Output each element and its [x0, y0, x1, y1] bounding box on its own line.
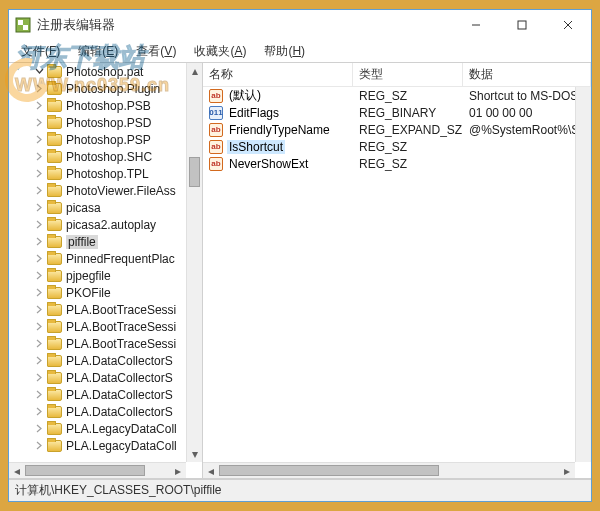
chevron-right-icon[interactable]	[33, 236, 45, 248]
tree-item[interactable]: Photoshop.PSB	[9, 97, 186, 114]
folder-icon	[47, 219, 62, 231]
scroll-track[interactable]	[187, 79, 202, 446]
menu-item[interactable]: 查看(V)	[128, 41, 184, 62]
tree-hscroll[interactable]: ◂ ▸	[9, 462, 186, 478]
minimize-button[interactable]	[453, 10, 499, 40]
chevron-right-icon[interactable]	[33, 100, 45, 112]
titlebar[interactable]: 注册表编辑器	[9, 10, 591, 40]
scroll-thumb[interactable]	[189, 157, 200, 187]
scroll-up-icon[interactable]: ▴	[187, 63, 202, 79]
tree-item[interactable]: PhotoViewer.FileAss	[9, 182, 186, 199]
tree-item[interactable]: PLA.DataCollectorS	[9, 386, 186, 403]
tree-item[interactable]: PLA.BootTraceSessi	[9, 335, 186, 352]
chevron-right-icon[interactable]	[33, 355, 45, 367]
scroll-right-icon[interactable]: ▸	[170, 463, 186, 478]
menu-item[interactable]: 帮助(H)	[256, 41, 313, 62]
chevron-right-icon[interactable]	[33, 83, 45, 95]
tree-item[interactable]: PLA.LegacyDataColl	[9, 437, 186, 454]
chevron-right-icon[interactable]	[33, 389, 45, 401]
scroll-down-icon[interactable]: ▾	[187, 446, 202, 462]
chevron-right-icon[interactable]	[33, 406, 45, 418]
chevron-right-icon[interactable]	[33, 338, 45, 350]
column-data[interactable]: 数据	[463, 63, 591, 86]
tree-item[interactable]: Photoshop.Plugin	[9, 80, 186, 97]
list-row[interactable]: ab(默认)REG_SZShortcut to MS-DOS P	[203, 87, 591, 104]
list-row[interactable]: 011EditFlagsREG_BINARY01 00 00 00	[203, 104, 591, 121]
folder-icon	[47, 202, 62, 214]
list-row[interactable]: abFriendlyTypeNameREG_EXPAND_SZ@%SystemR…	[203, 121, 591, 138]
content-area: Photoshop.patPhotoshop.PluginPhotoshop.P…	[9, 62, 591, 479]
maximize-button[interactable]	[499, 10, 545, 40]
tree-item-label: PLA.BootTraceSessi	[66, 320, 176, 334]
tree-item-label: Photoshop.SHC	[66, 150, 152, 164]
menu-item[interactable]: 文件(F)	[13, 41, 68, 62]
chevron-right-icon[interactable]	[33, 287, 45, 299]
menubar: 文件(F)编辑(E)查看(V)收藏夹(A)帮助(H)	[9, 40, 591, 62]
tree-item[interactable]: PLA.BootTraceSessi	[9, 318, 186, 335]
tree-item[interactable]: PLA.DataCollectorS	[9, 352, 186, 369]
column-type[interactable]: 类型	[353, 63, 463, 86]
menu-item[interactable]: 编辑(E)	[70, 41, 126, 62]
chevron-right-icon[interactable]	[33, 168, 45, 180]
list-row[interactable]: abNeverShowExtREG_SZ	[203, 155, 591, 172]
list-row[interactable]: abIsShortcutREG_SZ	[203, 138, 591, 155]
list-vscroll[interactable]	[575, 87, 591, 462]
tree-item-label: PLA.LegacyDataColl	[66, 439, 177, 453]
tree-item[interactable]: pjpegfile	[9, 267, 186, 284]
chevron-right-icon[interactable]	[33, 321, 45, 333]
folder-icon	[47, 134, 62, 146]
value-data-cell: @%SystemRoot%\Sys	[463, 121, 591, 138]
string-value-icon: ab	[209, 123, 223, 137]
regedit-window: 注册表编辑器 文件(F)编辑(E)查看(V)收藏夹(A)帮助(H) Photos…	[8, 9, 592, 502]
chevron-right-icon[interactable]	[33, 423, 45, 435]
value-name: (默认)	[227, 87, 263, 104]
tree-item[interactable]: PKOFile	[9, 284, 186, 301]
chevron-right-icon[interactable]	[33, 185, 45, 197]
scroll-left-icon[interactable]: ◂	[203, 463, 219, 478]
chevron-right-icon[interactable]	[33, 202, 45, 214]
registry-tree[interactable]: Photoshop.patPhotoshop.PluginPhotoshop.P…	[9, 63, 186, 462]
tree-item[interactable]: PLA.BootTraceSessi	[9, 301, 186, 318]
chevron-right-icon[interactable]	[33, 270, 45, 282]
tree-item[interactable]: Photoshop.TPL	[9, 165, 186, 182]
chevron-right-icon[interactable]	[33, 304, 45, 316]
chevron-right-icon[interactable]	[33, 372, 45, 384]
tree-item[interactable]: Photoshop.PSP	[9, 131, 186, 148]
tree-item-label: pjpegfile	[66, 269, 111, 283]
tree-item-label: picasa2.autoplay	[66, 218, 156, 232]
scroll-thumb[interactable]	[219, 465, 439, 476]
chevron-right-icon[interactable]	[33, 117, 45, 129]
menu-item[interactable]: 收藏夹(A)	[186, 41, 254, 62]
scroll-left-icon[interactable]: ◂	[9, 463, 25, 478]
scroll-track[interactable]	[25, 463, 170, 478]
list-body[interactable]: ab(默认)REG_SZShortcut to MS-DOS P011EditF…	[203, 87, 591, 172]
column-name[interactable]: 名称	[203, 63, 353, 86]
folder-icon	[47, 151, 62, 163]
tree-vscroll[interactable]: ▴ ▾	[186, 63, 202, 462]
tree-item[interactable]: PLA.LegacyDataColl	[9, 420, 186, 437]
tree-item[interactable]: picasa2.autoplay	[9, 216, 186, 233]
tree-item[interactable]: Photoshop.SHC	[9, 148, 186, 165]
tree-item[interactable]: picasa	[9, 199, 186, 216]
list-hscroll[interactable]: ◂ ▸	[203, 462, 575, 478]
close-button[interactable]	[545, 10, 591, 40]
tree-item[interactable]: PinnedFrequentPlac	[9, 250, 186, 267]
chevron-right-icon[interactable]	[33, 440, 45, 452]
tree-item[interactable]: PLA.DataCollectorS	[9, 369, 186, 386]
chevron-right-icon[interactable]	[33, 253, 45, 265]
chevron-down-icon[interactable]	[33, 66, 45, 78]
tree-item[interactable]: Photoshop.pat	[9, 63, 186, 80]
scroll-thumb[interactable]	[25, 465, 145, 476]
scroll-right-icon[interactable]: ▸	[559, 463, 575, 478]
tree-item[interactable]: piffile	[9, 233, 186, 250]
chevron-right-icon[interactable]	[33, 151, 45, 163]
tree-item[interactable]: Photoshop.PSD	[9, 114, 186, 131]
value-type-cell: REG_BINARY	[353, 104, 463, 121]
list-pane: 名称 类型 数据 ab(默认)REG_SZShortcut to MS-DOS …	[203, 63, 591, 478]
chevron-right-icon[interactable]	[33, 219, 45, 231]
scroll-track[interactable]	[219, 463, 559, 478]
folder-icon	[47, 270, 62, 282]
chevron-right-icon[interactable]	[33, 134, 45, 146]
tree-pane: Photoshop.patPhotoshop.PluginPhotoshop.P…	[9, 63, 203, 478]
tree-item[interactable]: PLA.DataCollectorS	[9, 403, 186, 420]
